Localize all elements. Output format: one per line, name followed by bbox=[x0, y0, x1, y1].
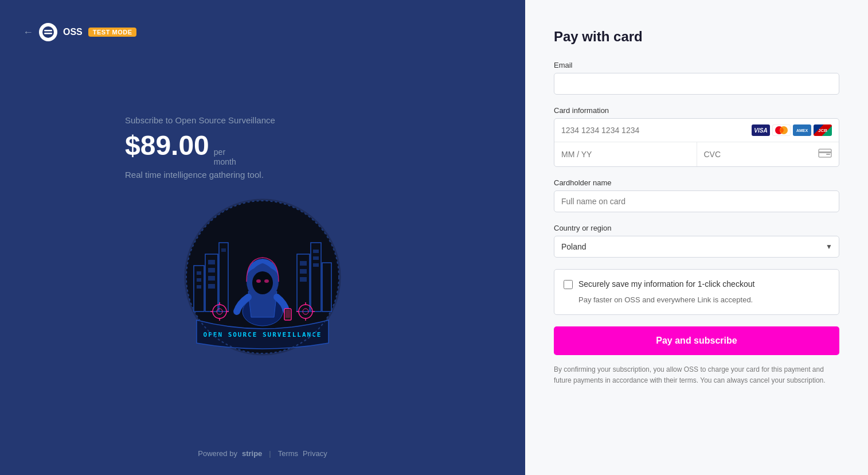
footer-bar: Powered by stripe | Terms Privacy bbox=[198, 449, 327, 458]
svg-text:OPEN SOURCE SURVEILLANCE: OPEN SOURCE SURVEILLANCE bbox=[204, 331, 322, 338]
svg-rect-17 bbox=[300, 269, 307, 274]
card-number-row: VISA AMEX JCB bbox=[554, 119, 839, 142]
cvc-card-icon bbox=[818, 148, 832, 161]
card-info-group: Card information VISA AMEX JCB bbox=[554, 106, 839, 167]
card-cvc-row bbox=[697, 142, 839, 166]
test-mode-badge: TEST MODE bbox=[88, 28, 137, 37]
amex-icon: AMEX bbox=[793, 124, 811, 136]
cardholder-label: Cardholder name bbox=[554, 178, 839, 187]
right-panel: Pay with card Email Card information VIS… bbox=[525, 0, 868, 475]
stripe-logo: stripe bbox=[242, 449, 262, 458]
visa-icon: VISA bbox=[752, 124, 770, 136]
card-cvc-input[interactable] bbox=[704, 150, 819, 159]
save-info-box: Securely save my information for 1-click… bbox=[554, 269, 839, 315]
card-number-input[interactable] bbox=[561, 126, 752, 135]
product-desc: Real time intelligence gathering tool. bbox=[125, 170, 400, 180]
card-expiry-input[interactable] bbox=[554, 142, 697, 166]
oss-logo: OPEN SOURCE SURVEILLANCE bbox=[182, 197, 343, 357]
svg-rect-16 bbox=[300, 261, 307, 266]
mastercard-icon bbox=[772, 124, 791, 136]
footer-divider: | bbox=[269, 449, 271, 458]
save-info-desc: Pay faster on OSS and everywhere Link is… bbox=[578, 295, 830, 305]
card-icons: VISA AMEX JCB bbox=[752, 124, 832, 136]
country-label: Country or region bbox=[554, 224, 839, 232]
logo-container: OPEN SOURCE SURVEILLANCE bbox=[182, 197, 343, 360]
form-title: Pay with card bbox=[554, 29, 839, 45]
price-period: per month bbox=[214, 147, 236, 167]
svg-rect-11 bbox=[208, 276, 215, 281]
confirmation-text: By confirming your subscription, you all… bbox=[554, 364, 839, 386]
svg-rect-18 bbox=[300, 277, 307, 282]
svg-rect-6 bbox=[197, 278, 201, 282]
pay-subscribe-button[interactable]: Pay and subscribe bbox=[554, 326, 839, 355]
left-panel: ← OSS TEST MODE Subscribe to Open Source… bbox=[0, 0, 525, 475]
email-input[interactable] bbox=[554, 73, 839, 95]
back-arrow[interactable]: ← bbox=[23, 26, 33, 38]
card-info-wrapper: VISA AMEX JCB bbox=[554, 118, 839, 167]
save-info-header: Securely save my information for 1-click… bbox=[564, 279, 830, 290]
price-row: $89.00 per month bbox=[125, 130, 400, 167]
svg-point-28 bbox=[264, 279, 269, 283]
country-group: Country or region Poland United States U… bbox=[554, 224, 839, 258]
country-select[interactable]: Poland United States United Kingdom Germ… bbox=[554, 236, 839, 258]
svg-rect-12 bbox=[208, 284, 215, 289]
svg-rect-9 bbox=[208, 260, 215, 264]
jcb-icon: JCB bbox=[814, 124, 832, 136]
privacy-link[interactable]: Privacy bbox=[303, 449, 327, 458]
country-select-wrapper: Poland United States United Kingdom Germ… bbox=[554, 236, 839, 258]
header-bar: ← OSS TEST MODE bbox=[23, 23, 136, 41]
save-checkbox[interactable] bbox=[564, 280, 573, 289]
terms-link[interactable]: Terms bbox=[278, 449, 298, 458]
svg-rect-14 bbox=[221, 248, 226, 252]
powered-by-text: Powered by bbox=[198, 449, 237, 458]
svg-point-26 bbox=[252, 271, 273, 294]
svg-point-27 bbox=[256, 279, 261, 283]
svg-rect-1 bbox=[44, 30, 52, 32]
save-info-title: Securely save my information for 1-click… bbox=[578, 279, 754, 290]
svg-rect-7 bbox=[197, 285, 201, 289]
svg-rect-10 bbox=[208, 268, 215, 272]
cardholder-group: Cardholder name bbox=[554, 178, 839, 212]
svg-rect-5 bbox=[197, 271, 201, 275]
price-main: $89.00 bbox=[125, 130, 209, 161]
svg-rect-22 bbox=[313, 263, 319, 267]
card-info-label: Card information bbox=[554, 106, 839, 115]
card-bottom-row bbox=[554, 142, 839, 166]
svg-rect-48 bbox=[819, 151, 831, 153]
email-label: Email bbox=[554, 61, 839, 69]
svg-rect-21 bbox=[313, 256, 319, 260]
svg-rect-0 bbox=[42, 26, 54, 38]
email-group: Email bbox=[554, 61, 839, 95]
cardholder-input[interactable] bbox=[554, 190, 839, 212]
svg-rect-2 bbox=[44, 33, 52, 34]
svg-rect-20 bbox=[313, 250, 319, 253]
product-info: Subscribe to Open Source Surveillance $8… bbox=[125, 115, 400, 180]
svg-rect-30 bbox=[286, 310, 290, 318]
subscribe-label: Subscribe to Open Source Surveillance bbox=[125, 115, 400, 125]
brand-name: OSS bbox=[63, 27, 83, 37]
svg-rect-49 bbox=[826, 154, 830, 155]
brand-icon bbox=[39, 23, 57, 41]
